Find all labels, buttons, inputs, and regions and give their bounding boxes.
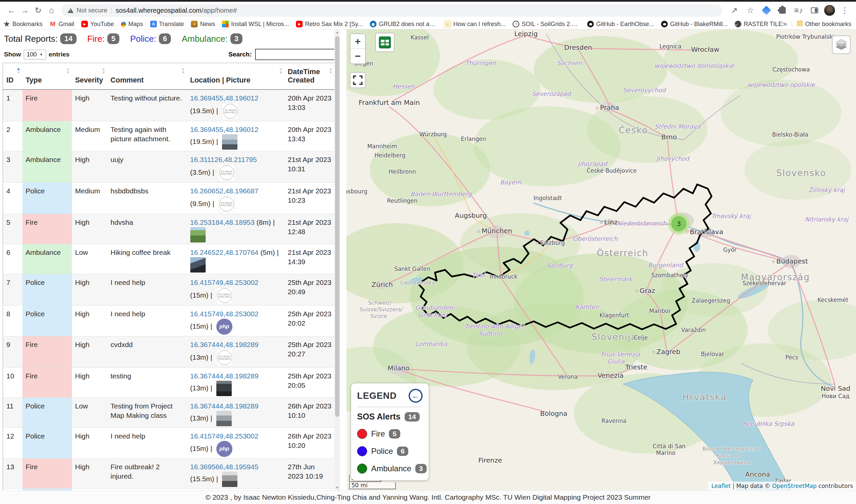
scrollbar-down-arrow[interactable]: ▼ [335,485,340,490]
location-link[interactable]: 16.369566,48.195945 [190,463,258,471]
bookmark-star-icon[interactable]: ☆ [744,4,757,17]
location-link[interactable]: 16.369455,48.196012 [190,94,258,102]
bookmark-item[interactable]: ≡News [191,21,215,28]
cell-location-picture: 16.260652,48.196687 (9.5m)| NO IMAGE AVA… [187,183,285,214]
column-header-severity[interactable]: Severity▲▼ [72,63,107,90]
php-logo-thumbnail[interactable]: php [216,441,233,457]
back-button[interactable]: ← [5,4,18,17]
bookmark-item[interactable]: ◍GRUB2 does not ap... [370,21,438,28]
bookmark-item[interactable]: ATranslate [150,21,184,28]
location-link[interactable]: 16.415749,48.253002 [190,278,258,286]
scrollbar-up-arrow[interactable]: ▲ [335,30,340,35]
location-link[interactable]: 16.369455,48.196012 [190,126,258,133]
location-link[interactable]: 16.253184,48.18953 [190,218,255,226]
picture-thumbnail[interactable] [222,472,237,487]
location-link[interactable]: 16.415749,48.253002 [190,310,258,318]
bookmark-item[interactable]: ≡How can I refresh... [444,21,506,28]
bookmark-item[interactable]: ▶Retro Sax Mix 2 [Sy... [296,21,363,28]
column-header-comment[interactable]: Comment▲▼ [107,63,187,90]
location-link[interactable]: 16.367444,48.198289 [190,341,258,348]
share-icon[interactable]: ↗ [727,4,741,17]
cell-comment: I need help [107,274,187,306]
cell-severity: High [72,368,107,398]
cell-type: Ambulance [22,121,72,151]
marker-cluster[interactable]: 3 [668,213,689,234]
no-image-placeholder[interactable]: NO IMAGE AVAILABLE [222,103,239,120]
no-image-placeholder[interactable]: NO IMAGE AVAILABLE [216,287,233,304]
page-size-select[interactable]: 100▼ [24,50,46,59]
pipe-separator: | [273,218,275,226]
cell-id: 10 [3,368,22,398]
location-link[interactable]: 16.367444,48.198289 [190,402,258,410]
location-link[interactable]: 16.367444,48.198289 [190,372,258,380]
profile-avatar[interactable] [824,5,835,16]
location-link[interactable]: 16.311126,48.211795 [190,156,257,163]
cell-type: Ambulance [22,244,72,274]
side-panel-icon[interactable] [808,4,821,17]
zoom-out-button[interactable]: − [350,49,365,64]
location-link[interactable]: 16.260652,48.196687 [190,187,258,195]
location-link[interactable]: 16.246522,48.170764 [190,249,258,256]
picture-thumbnail[interactable] [190,227,206,242]
fullscreen-button[interactable] [350,72,366,88]
no-image-placeholder[interactable]: NO IMAGE AVAILABLE [216,349,233,366]
legend-collapse-button[interactable]: ← [409,389,423,403]
stat-badge: 14 [60,33,76,44]
stat-badge: 5 [107,33,119,44]
column-header-id[interactable]: ID▲▼ [3,63,22,90]
table-scrollbar[interactable]: ▲ ▼ [335,30,340,490]
bookmark-item[interactable]: ▶YouTube [81,21,114,28]
entries-label: entries [49,51,70,58]
search-input[interactable] [255,49,337,60]
bookmark-item[interactable]: MGmail [50,21,74,28]
browser-toolbar: ← → ↻ ⌂ Not secure sos4all.wheregeospati… [0,2,856,19]
other-bookmarks-button[interactable]: Other bookmarks [797,21,851,28]
bookmark-item[interactable]: ★Bookmarks [3,21,42,28]
bookmark-item[interactable]: ◔SOIL - SoilGrids 2.0:... [513,21,580,28]
star-icon: ★ [3,21,10,28]
no-image-placeholder[interactable]: NO IMAGE AVAILABLE [218,164,235,181]
table-controls: Show 100▼ entries Search: [0,46,346,63]
bookmarks-overflow-chevron[interactable]: » [783,20,787,29]
forward-button[interactable]: → [18,4,31,17]
bookmark-item[interactable]: Install WSL | Micros... [222,21,289,28]
legend-panel: LEGEND ← SOS Alerts 14 Fire5Police6Ambul… [351,383,429,480]
osm-link[interactable]: OpenStreetMap [772,483,817,489]
picture-thumbnail[interactable] [216,411,232,426]
table-toggle-button[interactable] [375,33,395,52]
extensions-puzzle-icon[interactable] [776,4,789,17]
cell-datetime: 21st Apr 2023 10:31 [285,151,335,183]
bookmark-item[interactable]: RASTER TILES – Wh... [735,21,783,28]
location-link[interactable]: 16.415749,48.253002 [190,432,258,440]
reload-button[interactable]: ↻ [31,4,45,17]
map-panel[interactable]: KasselLeipzigDresdenLegnicaWrocławPiotrk… [346,30,856,490]
table-row: 2AmbulanceMediumTesting again with pictu… [3,121,335,151]
playlist-icon[interactable]: ≡♪ [792,4,805,17]
home-button[interactable]: ⌂ [45,4,58,17]
zoom-in-button[interactable]: + [350,34,365,49]
show-label: Show [4,51,21,58]
cell-severity: High [72,428,107,458]
extension-cap-icon[interactable] [760,4,773,17]
scrollbar-thumb[interactable] [335,36,339,417]
picture-thumbnail[interactable] [216,381,232,396]
bookmark-label: SOIL - SoilGrids 2.0:... [521,21,580,28]
url-bar[interactable]: Not secure sos4all.wheregeospatial.com/a… [62,4,722,17]
picture-thumbnail[interactable] [222,134,237,150]
bookmark-item[interactable]: GitHub - BlakeRMill... [661,21,727,28]
picture-thumbnail[interactable] [190,257,206,272]
column-header-location-picture[interactable]: Location | Picture▲▼ [187,63,285,90]
no-image-icon: NO IMAGE AVAILABLE [217,350,232,365]
bookmark-item[interactable]: Maps [121,21,143,28]
column-header-datetime-created[interactable]: DateTime Created▲▼ [285,63,335,90]
leaflet-link[interactable]: Leaflet [711,483,731,489]
column-header-type[interactable]: Type▲▼ [22,63,72,90]
menu-kebab-icon[interactable]: ⋮ [838,4,851,17]
layers-control[interactable] [832,35,851,54]
pipe-separator: | [210,414,212,422]
php-logo-thumbnail[interactable]: php [216,319,233,335]
bookmark-item[interactable]: GitHub - EarthObse... [587,21,654,28]
no-image-placeholder[interactable]: NO IMAGE AVAILABLE [218,196,235,212]
stat-item: Total Reports:14 [4,33,76,44]
cell-datetime: 21st Apr 2023 12:48 [285,214,335,244]
